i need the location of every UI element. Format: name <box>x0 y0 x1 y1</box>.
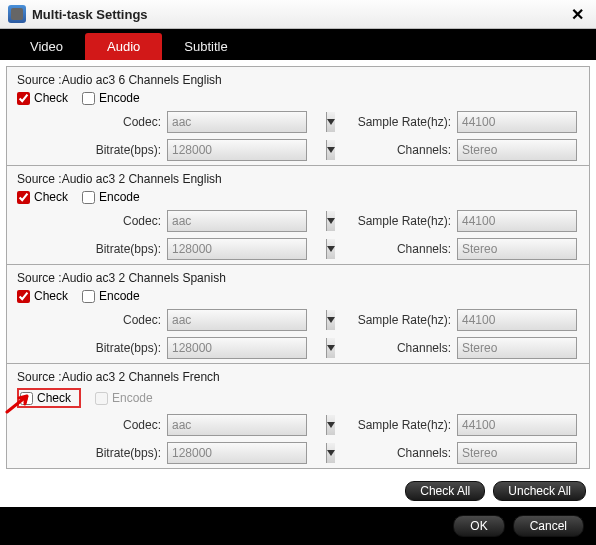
channels-label: Channels: <box>307 341 457 355</box>
codec-value[interactable] <box>168 310 326 330</box>
cancel-button[interactable]: Cancel <box>513 515 584 537</box>
channels-label: Channels: <box>307 242 457 256</box>
window-title: Multi-task Settings <box>32 7 567 22</box>
samplerate-label: Sample Rate(hz): <box>307 313 457 327</box>
check-row: Check Encode <box>17 91 579 105</box>
bitrate-label: Bitrate(bps): <box>17 143 167 157</box>
footer-check-buttons: Check All Uncheck All <box>0 475 596 507</box>
codec-combo[interactable] <box>167 309 307 331</box>
samplerate-value[interactable] <box>458 112 596 132</box>
codec-label: Codec: <box>17 418 167 432</box>
bitrate-combo[interactable] <box>167 139 307 161</box>
channels-combo[interactable] <box>457 139 577 161</box>
audio-group: Source :Audio ac3 2 Channels English Che… <box>7 166 589 265</box>
channels-combo[interactable] <box>457 442 577 464</box>
uncheck-all-button[interactable]: Uncheck All <box>493 481 586 501</box>
check-label: Check <box>34 190 68 204</box>
bitrate-combo[interactable] <box>167 442 307 464</box>
encode-label: Encode <box>112 391 153 405</box>
samplerate-label: Sample Rate(hz): <box>307 418 457 432</box>
samplerate-value[interactable] <box>458 310 596 330</box>
channels-value[interactable] <box>458 239 596 259</box>
tab-video[interactable]: Video <box>8 33 85 60</box>
bitrate-value[interactable] <box>168 239 326 259</box>
bitrate-combo[interactable] <box>167 238 307 260</box>
channels-combo[interactable] <box>457 337 577 359</box>
samplerate-value[interactable] <box>458 415 596 435</box>
check-checkbox[interactable]: Check <box>17 91 68 105</box>
bitrate-label: Bitrate(bps): <box>17 242 167 256</box>
fields-grid: Codec: Sample Rate(hz): Bitrate(bps): Ch… <box>17 309 579 359</box>
codec-combo[interactable] <box>167 111 307 133</box>
check-all-button[interactable]: Check All <box>405 481 485 501</box>
tab-subtitle[interactable]: Subtitle <box>162 33 249 60</box>
close-icon[interactable]: ✕ <box>567 5 588 24</box>
bitrate-label: Bitrate(bps): <box>17 341 167 355</box>
bitrate-combo[interactable] <box>167 337 307 359</box>
check-label: Check <box>34 289 68 303</box>
samplerate-value[interactable] <box>458 211 596 231</box>
bitrate-value[interactable] <box>168 338 326 358</box>
codec-value[interactable] <box>168 211 326 231</box>
arrow-icon <box>5 392 33 414</box>
codec-combo[interactable] <box>167 414 307 436</box>
encode-checkbox: Encode <box>95 391 153 405</box>
bitrate-value[interactable] <box>168 140 326 160</box>
check-row: Check Encode <box>17 388 579 408</box>
audio-group: Source :Audio ac3 6 Channels English Che… <box>7 67 589 166</box>
samplerate-combo[interactable] <box>457 111 577 133</box>
settings-panel: Source :Audio ac3 6 Channels English Che… <box>6 66 590 469</box>
channels-value[interactable] <box>458 140 596 160</box>
codec-label: Codec: <box>17 115 167 129</box>
ok-button[interactable]: OK <box>453 515 504 537</box>
fields-grid: Codec: Sample Rate(hz): Bitrate(bps): Ch… <box>17 210 579 260</box>
tab-audio[interactable]: Audio <box>85 33 162 60</box>
channels-label: Channels: <box>307 446 457 460</box>
codec-combo[interactable] <box>167 210 307 232</box>
check-label: Check <box>37 391 71 405</box>
encode-label: Encode <box>99 289 140 303</box>
check-row: Check Encode <box>17 289 579 303</box>
fields-grid: Codec: Sample Rate(hz): Bitrate(bps): Ch… <box>17 414 579 464</box>
check-row: Check Encode <box>17 190 579 204</box>
encode-label: Encode <box>99 91 140 105</box>
codec-value[interactable] <box>168 112 326 132</box>
codec-label: Codec: <box>17 313 167 327</box>
samplerate-combo[interactable] <box>457 309 577 331</box>
audio-group: Source :Audio ac3 2 Channels French Chec… <box>7 364 589 468</box>
samplerate-combo[interactable] <box>457 414 577 436</box>
footer-dialog-buttons: OK Cancel <box>0 507 596 545</box>
source-label: Source :Audio ac3 6 Channels English <box>17 73 579 87</box>
source-label: Source :Audio ac3 2 Channels English <box>17 172 579 186</box>
encode-checkbox[interactable]: Encode <box>82 190 140 204</box>
check-label: Check <box>34 91 68 105</box>
source-label: Source :Audio ac3 2 Channels French <box>17 370 579 384</box>
tabbar: Video Audio Subtitle <box>0 29 596 60</box>
bitrate-value[interactable] <box>168 443 326 463</box>
channels-label: Channels: <box>307 143 457 157</box>
samplerate-label: Sample Rate(hz): <box>307 214 457 228</box>
source-label: Source :Audio ac3 2 Channels Spanish <box>17 271 579 285</box>
channels-value[interactable] <box>458 443 596 463</box>
codec-label: Codec: <box>17 214 167 228</box>
titlebar: Multi-task Settings ✕ <box>0 0 596 29</box>
audio-group: Source :Audio ac3 2 Channels Spanish Che… <box>7 265 589 364</box>
app-icon <box>8 5 26 23</box>
fields-grid: Codec: Sample Rate(hz): Bitrate(bps): Ch… <box>17 111 579 161</box>
channels-value[interactable] <box>458 338 596 358</box>
bitrate-label: Bitrate(bps): <box>17 446 167 460</box>
check-checkbox[interactable]: Check <box>17 190 68 204</box>
samplerate-label: Sample Rate(hz): <box>307 115 457 129</box>
samplerate-combo[interactable] <box>457 210 577 232</box>
encode-label: Encode <box>99 190 140 204</box>
channels-combo[interactable] <box>457 238 577 260</box>
encode-checkbox[interactable]: Encode <box>82 91 140 105</box>
codec-value[interactable] <box>168 415 326 435</box>
encode-checkbox[interactable]: Encode <box>82 289 140 303</box>
check-checkbox[interactable]: Check <box>17 289 68 303</box>
